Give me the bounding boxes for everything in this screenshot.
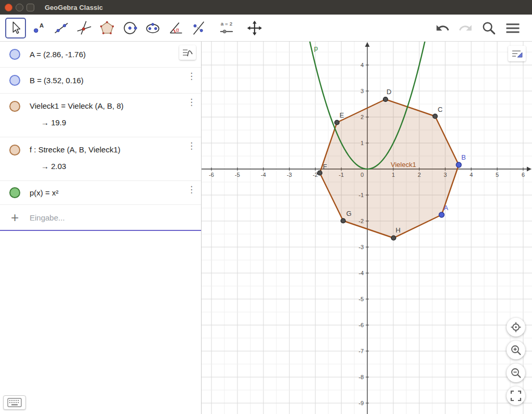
visibility-marble[interactable] xyxy=(9,187,20,198)
main-menu-button[interactable] xyxy=(505,20,521,36)
polygon-icon xyxy=(98,19,116,37)
graphics-svg[interactable]: -6-5-4-3-2-11234564321-1-2-3-4-5-6-7-8-9… xyxy=(202,42,532,414)
window-maximize-button[interactable] xyxy=(26,4,34,11)
svg-text:-3: -3 xyxy=(287,172,292,178)
algebra-entry-text: Vieleck1 = Vieleck (A, B, 8) xyxy=(30,101,124,110)
move-view-icon xyxy=(246,19,263,37)
window-close-button[interactable] xyxy=(5,4,12,11)
svg-text:-3: -3 xyxy=(358,244,364,250)
visibility-marble[interactable] xyxy=(9,101,20,112)
svg-text:-4: -4 xyxy=(261,172,266,178)
move-tool-button[interactable] xyxy=(5,18,26,38)
algebra-entry-text: f : Strecke (A, B, Vieleck1) xyxy=(30,145,121,154)
circle-tool-button[interactable] xyxy=(119,18,140,38)
reflect-icon xyxy=(190,19,207,37)
visibility-marble[interactable] xyxy=(9,145,20,156)
add-entry-icon[interactable]: + xyxy=(11,211,19,224)
zoom-controls xyxy=(507,318,525,405)
ellipse-icon xyxy=(144,19,162,37)
algebra-row-vieleck1[interactable]: Vieleck1 = Vieleck (A, B, 8) → 19.9 ⋮ xyxy=(0,94,201,137)
cursor-icon xyxy=(7,19,24,37)
toolbar: A xyxy=(0,15,532,42)
zoom-out-button[interactable] xyxy=(507,364,525,382)
svg-text:p: p xyxy=(314,44,318,52)
svg-text:-7: -7 xyxy=(358,348,364,354)
algebra-input-row[interactable]: + xyxy=(0,205,201,231)
point-tool-button[interactable]: A xyxy=(28,18,49,38)
move-graphics-tool-button[interactable] xyxy=(244,18,265,38)
ellipse-tool-button[interactable] xyxy=(142,18,163,38)
slider-tool-button[interactable]: a = 2 xyxy=(216,18,237,38)
window-titlebar: GeoGebra Classic xyxy=(0,0,532,15)
perpendicular-line-icon xyxy=(75,19,93,37)
svg-text:C: C xyxy=(438,106,443,113)
graphics-stylebar-button[interactable] xyxy=(508,46,526,61)
fullscreen-icon xyxy=(510,390,522,402)
visibility-marble[interactable] xyxy=(9,75,20,86)
toolbar-right-group xyxy=(435,20,528,36)
circle-icon xyxy=(121,19,139,37)
svg-text:-8: -8 xyxy=(358,374,364,380)
svg-text:A: A xyxy=(444,204,448,212)
kebab-menu-icon[interactable]: ⋮ xyxy=(187,98,196,107)
svg-text:-4: -4 xyxy=(358,270,364,276)
zoom-in-button[interactable] xyxy=(507,341,525,359)
algebra-stylebar-button[interactable] xyxy=(179,45,196,60)
svg-text:-5: -5 xyxy=(358,296,364,302)
kebab-menu-icon[interactable]: ⋮ xyxy=(187,185,196,194)
perpendicular-line-tool-button[interactable] xyxy=(74,18,95,38)
svg-text:-2: -2 xyxy=(313,172,318,178)
algebra-stylebar-icon xyxy=(182,47,193,58)
svg-text:E: E xyxy=(340,111,344,119)
reflect-tool-button[interactable] xyxy=(188,18,209,38)
kebab-menu-icon[interactable]: ⋮ xyxy=(187,141,196,150)
search-icon xyxy=(481,20,497,36)
window-title: GeoGebra Classic xyxy=(45,4,103,11)
algebra-row-p[interactable]: p(x) = x² ⋮ xyxy=(0,181,201,205)
point-icon: A xyxy=(30,19,47,37)
angle-icon: α xyxy=(167,19,184,37)
svg-text:α: α xyxy=(176,27,179,32)
algebra-row-f[interactable]: f : Strecke (A, B, Vieleck1) → 2.03 ⋮ xyxy=(0,137,201,181)
keyboard-icon xyxy=(7,398,22,407)
redo-icon xyxy=(458,21,473,35)
redo-button[interactable] xyxy=(458,21,473,35)
line-icon xyxy=(52,19,70,37)
window-minimize-button[interactable] xyxy=(16,4,23,11)
zoom-in-icon xyxy=(510,344,522,356)
undo-button[interactable] xyxy=(435,21,450,35)
graphics-view[interactable]: -6-5-4-3-2-11234564321-1-2-3-4-5-6-7-8-9… xyxy=(202,42,532,414)
algebra-entry-value: → 19.9 xyxy=(30,118,124,127)
search-button[interactable] xyxy=(481,20,497,36)
keyboard-toggle-button[interactable] xyxy=(3,395,26,410)
svg-text:3: 3 xyxy=(361,88,364,94)
algebra-entry-text: A = (2.86, -1.76) xyxy=(30,50,86,59)
polygon-tool-button[interactable] xyxy=(97,18,117,38)
svg-text:-9: -9 xyxy=(358,400,364,406)
algebra-entry-text: p(x) = x² xyxy=(30,188,58,197)
algebra-entry-text: B = (3.52, 0.16) xyxy=(30,76,84,85)
kebab-menu-icon[interactable]: ⋮ xyxy=(187,72,196,81)
visibility-marble[interactable] xyxy=(9,49,20,60)
fullscreen-button[interactable] xyxy=(507,386,525,405)
line-tool-button[interactable] xyxy=(51,18,72,38)
svg-text:a = 2: a = 2 xyxy=(221,21,233,27)
svg-text:-5: -5 xyxy=(235,172,240,178)
svg-text:-6: -6 xyxy=(209,172,214,178)
algebra-view: A = (2.86, -1.76) B = (3.52, 0.16) ⋮ Vie… xyxy=(0,42,202,414)
zoom-out-icon xyxy=(510,367,522,379)
svg-text:4: 4 xyxy=(361,62,364,68)
algebra-row-A[interactable]: A = (2.86, -1.76) xyxy=(0,42,201,68)
algebra-row-B[interactable]: B = (3.52, 0.16) ⋮ xyxy=(0,68,201,94)
algebra-input[interactable] xyxy=(30,213,180,222)
standard-view-button[interactable] xyxy=(507,318,525,337)
graphics-stylebar-icon xyxy=(511,48,523,59)
svg-text:6: 6 xyxy=(522,172,525,178)
angle-tool-button[interactable]: α xyxy=(165,18,186,38)
svg-text:-6: -6 xyxy=(358,322,364,328)
standard-view-icon xyxy=(510,321,522,333)
svg-text:5: 5 xyxy=(496,172,499,178)
svg-text:H: H xyxy=(396,226,401,234)
hamburger-menu-icon xyxy=(505,20,521,36)
svg-text:B: B xyxy=(461,153,466,161)
